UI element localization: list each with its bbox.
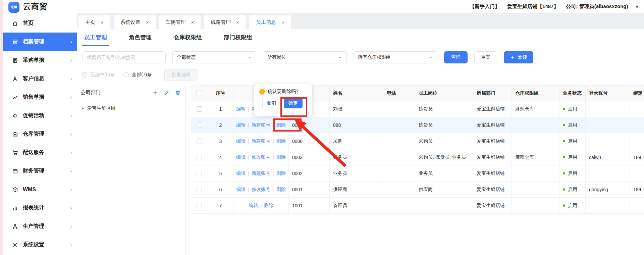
company-account[interactable]: 公司: 管理员(aibaosxzong) bbox=[566, 3, 628, 10]
cell-bind bbox=[630, 165, 644, 182]
sidebar-item-production[interactable]: 生产管理› bbox=[3, 217, 77, 236]
department-panel-title: 公司部门 bbox=[80, 90, 101, 96]
status-text: 启用 bbox=[568, 203, 577, 209]
department-tree-node[interactable]: ▼ 爱宝生鲜店铺 bbox=[81, 105, 185, 111]
close-tab-icon[interactable]: × bbox=[191, 19, 194, 25]
selected-count-radio[interactable]: 已选中(0)条 bbox=[82, 72, 115, 78]
delete-link[interactable]: 删除 bbox=[276, 170, 286, 176]
cancel-button[interactable]: 取消 bbox=[262, 98, 280, 108]
col-index-header: 序号 bbox=[208, 86, 233, 101]
select-all-checkbox[interactable] bbox=[197, 91, 202, 96]
edit-link[interactable]: 编辑 bbox=[236, 170, 246, 176]
subtab-3[interactable]: 部门权限组 bbox=[224, 29, 252, 46]
open-tab-3[interactable]: 线路管理× bbox=[204, 15, 246, 29]
delete-link[interactable]: 删除 bbox=[276, 187, 286, 193]
delete-department-icon[interactable] bbox=[175, 90, 181, 96]
sidebar-item-label: 销售单据 bbox=[23, 94, 65, 101]
sidebar-item-label: 仓库管理 bbox=[23, 131, 65, 138]
close-tab-icon[interactable]: × bbox=[101, 19, 104, 25]
sidebar-item-wms[interactable]: WMS› bbox=[3, 180, 77, 199]
sidebar-item-sales[interactable]: 销售单据› bbox=[3, 88, 77, 106]
edit-link[interactable]: 编辑 bbox=[236, 187, 246, 193]
all-count-radio[interactable]: 全部(7)条 bbox=[123, 72, 152, 78]
cell-code: 0001 bbox=[289, 182, 330, 198]
new-account-link[interactable]: 新建账号 bbox=[252, 170, 270, 176]
home-icon bbox=[12, 20, 18, 27]
status-dot-icon bbox=[563, 108, 565, 110]
edit-link[interactable]: 编辑 bbox=[236, 138, 246, 144]
sidebar-item-delivery[interactable]: 配送服务› bbox=[3, 143, 77, 162]
row-checkbox[interactable] bbox=[197, 187, 202, 192]
subtab-1[interactable]: 角色管理 bbox=[129, 29, 152, 46]
subtab-2[interactable]: 仓库权限组 bbox=[173, 29, 202, 46]
newbie-guide-link[interactable]: 【新手入门】 bbox=[470, 3, 500, 10]
sidebar-item-label: 首页 bbox=[23, 20, 72, 27]
account-dropdown-caret-icon[interactable]: ∨ bbox=[635, 4, 639, 9]
search-input[interactable] bbox=[83, 51, 166, 63]
delete-link[interactable]: 删除 bbox=[276, 154, 286, 160]
modify-account-link[interactable]: 修改账号 bbox=[252, 187, 270, 193]
action-separator: | bbox=[260, 203, 262, 208]
row-checkbox[interactable] bbox=[197, 122, 202, 128]
sidebar-item-promotion[interactable]: 促销活动› bbox=[3, 106, 77, 125]
edit-link[interactable]: 编辑 bbox=[249, 203, 258, 209]
row-checkbox[interactable] bbox=[197, 139, 202, 144]
cell-phone bbox=[383, 198, 415, 214]
new-account-link[interactable]: 新建账号 bbox=[252, 122, 270, 128]
cell-actions: 编辑|新建账号|删除 bbox=[233, 133, 289, 149]
close-tab-icon[interactable]: × bbox=[146, 19, 149, 25]
col-name-header: 姓名 bbox=[330, 86, 383, 101]
delete-link[interactable]: 删除 bbox=[264, 203, 273, 209]
add-department-icon[interactable] bbox=[152, 90, 158, 96]
status-select[interactable]: 全部状态 bbox=[172, 51, 256, 63]
sidebar-item-finance[interactable]: 财务管理› bbox=[3, 162, 77, 180]
row-checkbox[interactable] bbox=[197, 171, 202, 176]
row-checkbox[interactable] bbox=[197, 106, 202, 112]
modify-account-link[interactable]: 修改账号 bbox=[252, 154, 270, 160]
row-checkbox[interactable] bbox=[197, 155, 202, 160]
query-button[interactable]: 查询 bbox=[444, 51, 468, 63]
sidebar-item-purchase[interactable]: 采购单据› bbox=[3, 51, 77, 69]
status-text: 启用 bbox=[568, 154, 577, 160]
new-account-link[interactable]: 新建账号 bbox=[252, 138, 270, 144]
warehouse-group-select[interactable]: 所有仓库权限组 bbox=[354, 51, 437, 63]
edit-link[interactable]: 编辑 bbox=[236, 154, 246, 160]
create-button[interactable]: ＋ 新建 bbox=[504, 51, 533, 63]
open-tab-4[interactable]: 员工信息× bbox=[249, 15, 291, 29]
sidebar-item-archives[interactable]: 档案管理› bbox=[3, 33, 77, 51]
close-tab-icon[interactable]: × bbox=[236, 19, 239, 25]
status-dot-icon bbox=[563, 172, 565, 174]
sidebar-item-label: WMS bbox=[23, 187, 65, 193]
warehouse-icon bbox=[12, 131, 18, 137]
store-name[interactable]: 爱宝生鲜店铺【1487】 bbox=[507, 3, 558, 10]
batch-edit-button[interactable]: 批量编辑 bbox=[164, 69, 198, 81]
cell-bind: 189 bbox=[630, 182, 644, 198]
cell-cb bbox=[191, 133, 208, 149]
delete-link[interactable]: 删除 bbox=[276, 138, 286, 144]
tab-label: 车辆管理 bbox=[166, 19, 186, 26]
archive-icon bbox=[12, 39, 18, 45]
open-tab-1[interactable]: 系统设置× bbox=[114, 15, 156, 29]
table-row-3: 3编辑|新建账号|删除0006采购采购员爱宝生鲜店铺启用 bbox=[191, 133, 644, 149]
content-row: 公司部门 bbox=[77, 85, 644, 255]
cell-status: 启用 bbox=[559, 133, 586, 149]
sidebar-item-warehouse[interactable]: 仓库管理› bbox=[3, 125, 77, 143]
sidebar-item-settings[interactable]: 系统设置› bbox=[3, 236, 77, 254]
row-checkbox[interactable] bbox=[197, 203, 202, 208]
sidebar-item-reports[interactable]: 报表统计› bbox=[3, 199, 77, 217]
edit-department-icon[interactable] bbox=[164, 90, 169, 96]
cell-status: 启用 bbox=[559, 117, 586, 133]
action-separator: | bbox=[248, 106, 249, 112]
open-tab-0[interactable]: 主页× bbox=[78, 15, 110, 29]
edit-link[interactable]: 编辑 bbox=[236, 122, 246, 128]
tree-expand-caret-icon[interactable]: ▼ bbox=[81, 107, 85, 110]
subtab-0[interactable]: 员工管理 bbox=[84, 29, 107, 46]
edit-link[interactable]: 编辑 bbox=[236, 106, 246, 112]
open-tab-2[interactable]: 车辆管理× bbox=[159, 15, 201, 29]
close-tab-icon[interactable]: × bbox=[281, 19, 284, 25]
reset-button[interactable]: 重置 bbox=[474, 51, 497, 63]
sidebar-item-home[interactable]: 首页 bbox=[3, 14, 77, 33]
cell-actions: 编辑|新建账号|删除 bbox=[233, 165, 289, 182]
sidebar-item-customers[interactable]: 客户信息› bbox=[3, 69, 77, 88]
position-select[interactable]: 所有岗位 bbox=[263, 51, 347, 63]
